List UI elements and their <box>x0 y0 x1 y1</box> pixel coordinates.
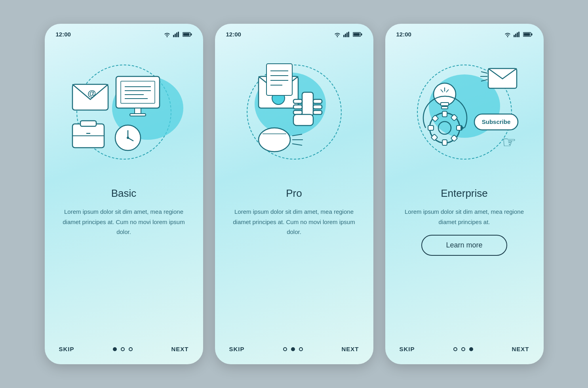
pro-illustration-svg <box>235 53 354 171</box>
svg-rect-15 <box>135 108 141 114</box>
bottom-nav-pro: SKIP NEXT <box>215 346 373 364</box>
skip-button-enterprise[interactable]: SKIP <box>400 346 415 352</box>
svg-rect-55 <box>518 32 519 37</box>
dot-2-pro <box>291 347 295 351</box>
enterprise-illustration-svg: Subscribe ☞ <box>401 53 528 171</box>
svg-rect-10 <box>121 81 155 103</box>
bottom-nav-enterprise: SKIP NEXT <box>385 346 544 364</box>
svg-text:Subscribe: Subscribe <box>481 118 510 125</box>
svg-rect-16 <box>130 114 146 116</box>
svg-line-62 <box>481 80 487 81</box>
svg-rect-69 <box>432 115 438 122</box>
svg-rect-57 <box>523 33 530 36</box>
status-icons-enterprise <box>504 32 533 37</box>
wifi-icon <box>334 32 341 37</box>
svg-line-60 <box>481 72 487 73</box>
svg-rect-18 <box>80 121 96 126</box>
svg-rect-46 <box>313 110 322 114</box>
svg-line-48 <box>292 134 302 136</box>
pro-description: Lorem ipsum dolor sit dim amet, mea regi… <box>229 207 359 237</box>
svg-rect-54 <box>517 32 518 37</box>
nav-dots-enterprise <box>453 347 473 351</box>
svg-rect-45 <box>313 105 322 109</box>
svg-rect-75 <box>441 107 448 109</box>
skip-button-pro[interactable]: SKIP <box>229 346 245 352</box>
svg-rect-39 <box>302 92 313 116</box>
content-basic: Basic Lorem ipsum dolor sit dim amet, me… <box>45 183 203 346</box>
signal-icon <box>343 32 350 37</box>
status-time-basic: 12:00 <box>56 31 71 38</box>
status-time-enterprise: 12:00 <box>396 31 411 38</box>
pro-title: Pro <box>286 187 302 200</box>
basic-illustration-svg: @ <box>61 53 187 171</box>
basic-description: Lorem ipsum dolor sit dim amet, mea regi… <box>59 207 189 237</box>
svg-rect-40 <box>293 99 302 103</box>
svg-rect-67 <box>428 126 434 130</box>
svg-rect-31 <box>361 33 362 35</box>
status-bar-enterprise: 12:00 <box>385 24 544 41</box>
next-button-pro[interactable]: NEXT <box>341 346 359 352</box>
dot-3-enterprise <box>469 347 473 351</box>
phone-basic: 12:00 <box>45 24 203 364</box>
svg-point-24 <box>127 137 129 139</box>
svg-rect-28 <box>348 32 349 37</box>
nav-dots-pro <box>283 347 303 351</box>
status-icons-basic <box>164 32 192 37</box>
dot-3-basic <box>129 347 133 351</box>
basic-title: Basic <box>111 187 137 200</box>
content-pro: Pro Lorem ipsum dolor sit dim amet, mea … <box>215 183 373 346</box>
bottom-nav-basic: SKIP NEXT <box>45 346 203 364</box>
svg-rect-44 <box>313 99 322 103</box>
illustration-enterprise: Subscribe ☞ <box>385 41 544 183</box>
wifi-icon <box>504 32 511 37</box>
signal-icon <box>173 32 180 37</box>
dot-3-pro <box>299 347 303 351</box>
svg-rect-26 <box>345 34 346 37</box>
content-enterprise: Enterprise Lorem ipsum dolor sit dim ame… <box>385 183 544 346</box>
skip-button-basic[interactable]: SKIP <box>59 346 74 352</box>
svg-rect-6 <box>190 33 192 35</box>
svg-rect-42 <box>293 110 302 114</box>
status-bar-basic: 12:00 <box>45 24 203 41</box>
svg-text:@: @ <box>88 88 96 98</box>
next-button-enterprise[interactable]: NEXT <box>512 346 529 352</box>
enterprise-title: Enterprise <box>441 187 488 200</box>
svg-rect-25 <box>343 35 344 37</box>
status-icons-pro <box>334 32 362 37</box>
svg-point-64 <box>438 122 451 134</box>
svg-rect-74 <box>441 103 449 106</box>
svg-rect-5 <box>183 33 189 36</box>
svg-rect-52 <box>514 35 515 37</box>
illustration-pro <box>215 41 373 183</box>
svg-rect-66 <box>442 140 447 145</box>
svg-rect-0 <box>173 35 174 37</box>
svg-text:☞: ☞ <box>502 133 516 151</box>
svg-marker-79 <box>461 125 464 131</box>
svg-rect-3 <box>178 32 179 37</box>
next-button-basic[interactable]: NEXT <box>171 346 188 352</box>
svg-rect-53 <box>515 34 516 37</box>
status-time-pro: 12:00 <box>226 31 241 38</box>
status-bar-pro: 12:00 <box>215 24 373 41</box>
illustration-basic: @ <box>45 41 203 183</box>
learn-more-button[interactable]: Learn more <box>421 235 507 256</box>
phone-pro: 12:00 <box>215 24 373 364</box>
svg-point-73 <box>434 83 456 105</box>
wifi-icon <box>164 32 171 37</box>
svg-rect-27 <box>346 32 348 37</box>
svg-line-50 <box>292 144 302 145</box>
signal-icon <box>514 32 521 37</box>
svg-rect-41 <box>293 105 302 109</box>
dot-1-basic <box>113 347 117 351</box>
svg-rect-43 <box>293 114 313 126</box>
svg-rect-2 <box>176 32 177 37</box>
nav-dots-basic <box>113 347 133 351</box>
svg-rect-30 <box>353 33 360 36</box>
svg-point-47 <box>259 128 290 152</box>
battery-icon <box>183 32 192 37</box>
phones-container: 12:00 <box>45 24 544 364</box>
svg-rect-34 <box>266 64 292 95</box>
battery-icon <box>523 32 533 37</box>
dot-1-enterprise <box>453 347 457 351</box>
svg-rect-58 <box>531 33 532 35</box>
